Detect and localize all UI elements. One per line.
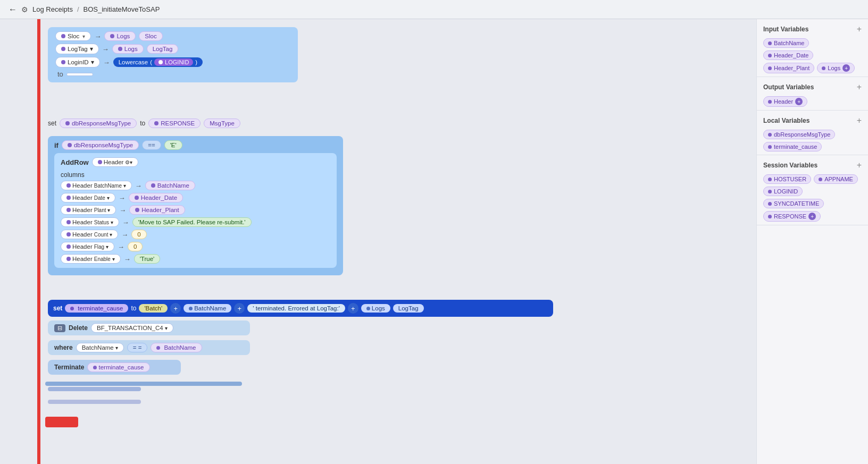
if-val-pill[interactable]: 'E'	[164, 140, 182, 150]
chip-db-response-msg-type[interactable]: dbResponseMsgType	[763, 130, 835, 139]
tc-logtag-pill[interactable]: LogTag	[393, 304, 424, 313]
concat-plus-3[interactable]: +	[348, 303, 358, 314]
col-header-enable[interactable]: Header Enable ▾	[61, 254, 121, 264]
bottom-bar-1	[45, 382, 242, 386]
col-header-status[interactable]: Header Status ▾	[61, 217, 119, 227]
val-enable[interactable]: 'True'	[134, 254, 161, 264]
col-header-date[interactable]: Header Date ▾	[61, 193, 115, 203]
chip-loginid[interactable]: LOGINID	[763, 187, 803, 196]
input-variables-plus[interactable]: +	[857, 24, 862, 34]
sloc-row: Sloc ▾ → Logs Sloc	[55, 31, 290, 41]
session-variables-header: Session Variables +	[763, 161, 862, 170]
if-op-pill[interactable]: ==	[142, 140, 161, 150]
breadcrumb-1[interactable]: Log Receipts	[32, 5, 73, 13]
val-flag[interactable]: 0	[128, 242, 143, 251]
chip-batchname[interactable]: BatchName	[763, 38, 809, 48]
settings-icon[interactable]: ⚙	[21, 5, 28, 14]
chip-syncdatetime[interactable]: SYNCDATETIME	[763, 199, 824, 208]
to-blank-pill[interactable]	[66, 73, 93, 76]
if-var-pill[interactable]: dbResponseMsgType	[62, 140, 139, 150]
chip-response[interactable]: RESPONSE +	[763, 211, 821, 222]
bottom-bar-3	[48, 400, 141, 404]
chip-hostuser[interactable]: HOSTUSER	[763, 174, 811, 184]
session-variables-title: Session Variables	[763, 162, 817, 169]
msgtype-pill[interactable]: MsgType	[204, 119, 240, 128]
addrow-table-pill[interactable]: Header ⚙▾	[92, 157, 139, 167]
where-op-pill[interactable]: = =	[127, 343, 148, 352]
chip-logs[interactable]: Logs +	[817, 63, 855, 73]
local-variables-plus[interactable]: +	[857, 116, 862, 125]
tc-terminated-string[interactable]: ' terminated. Errored at LogTag:'	[247, 304, 345, 313]
set-to-label: to	[140, 120, 145, 127]
lowercase-func-pill[interactable]: Lowercase ( LOGINID )	[113, 57, 203, 67]
set-tc-label: set	[53, 305, 62, 312]
top-bar: ← ⚙ Log Receipts / BOS_initiateMoveToSAP	[0, 0, 868, 19]
logtag-right-pill1[interactable]: Logs	[112, 44, 144, 54]
sloc-right-pill2[interactable]: Sloc	[139, 31, 162, 41]
chip-header[interactable]: Header +	[763, 96, 807, 107]
delete-table-pill[interactable]: BF_TRANSACTION_C4 ▾	[91, 323, 173, 333]
back-button[interactable]: ←	[9, 5, 17, 14]
sidebar-output-variables: Output Variables + Header +	[757, 77, 868, 111]
where-val-pill[interactable]: BatchName	[151, 343, 202, 352]
if-block: if dbResponseMsgType == 'E'	[48, 136, 343, 275]
col-header-plant[interactable]: Header Plant ▾	[61, 205, 116, 215]
col-header-flag[interactable]: Header Flag ▾	[61, 242, 114, 251]
output-variables-title: Output Variables	[763, 83, 814, 91]
chip-header-plant[interactable]: Header_Plant	[763, 63, 814, 73]
tc-batchname-pill[interactable]: BatchName	[183, 304, 231, 313]
sidebar-input-variables: Input Variables + BatchName Header_Date …	[757, 19, 868, 77]
terminate-var-pill[interactable]: terminate_cause	[87, 362, 149, 372]
where-field-pill[interactable]: BatchName ▾	[76, 343, 124, 352]
col-row-date: Header Date ▾ → Header_Date	[61, 193, 330, 203]
tc-batch-string[interactable]: 'Batch'	[139, 304, 168, 313]
local-variables-title: Local Variables	[763, 117, 809, 124]
breadcrumb-2[interactable]: BOS_initiateMoveToSAP	[84, 5, 160, 13]
col-row-plant: Header Plant ▾ → Header_Plant	[61, 205, 330, 215]
tc-to-label: to	[131, 305, 136, 312]
concat-plus-1[interactable]: +	[170, 303, 181, 314]
output-variables-plus[interactable]: +	[857, 82, 862, 92]
val-count[interactable]: 0	[131, 230, 146, 239]
terminate-label: Terminate	[54, 364, 84, 371]
db-response-msg-type-pill[interactable]: dbResponseMsgType	[60, 119, 137, 128]
logtag-right-pill2[interactable]: LogTag	[147, 44, 179, 54]
top-assignments-block: Sloc ▾ → Logs Sloc LogT	[48, 27, 298, 82]
loginid-left-pill[interactable]: LoginID ▾	[55, 57, 100, 68]
sloc-left-pill[interactable]: Sloc ▾	[55, 31, 91, 41]
tc-var-pill[interactable]: terminate_cause	[65, 304, 128, 313]
tc-logs-pill[interactable]: Logs	[361, 304, 390, 313]
addrow-label: AddRow	[61, 158, 89, 166]
delete-block: ⊟ Delete BF_TRANSACTION_C4 ▾	[48, 320, 250, 335]
main-canvas: Sloc ▾ → Logs Sloc LogT	[0, 19, 756, 464]
chip-terminate-cause[interactable]: terminate_cause	[763, 142, 822, 151]
delete-icon: ⊟	[54, 324, 65, 332]
addrow-header: AddRow Header ⚙▾	[61, 157, 330, 167]
local-variables-header: Local Variables +	[763, 116, 862, 125]
col-header-count[interactable]: Header Count ▾	[61, 230, 118, 239]
val-batchname[interactable]: BatchName	[145, 181, 195, 190]
chip-appname[interactable]: APPNAME	[814, 174, 858, 184]
logtag-left-pill[interactable]: LogTag ▾	[55, 44, 99, 54]
session-variables-plus[interactable]: +	[857, 161, 862, 170]
input-variables-title: Input Variables	[763, 26, 808, 33]
loginid-row: LoginID ▾ → Lowercase ( LOGINID )	[55, 57, 290, 68]
concat-plus-2[interactable]: +	[234, 303, 245, 314]
terminate-block: Terminate terminate_cause	[48, 360, 181, 375]
red-bottom-block	[45, 417, 78, 427]
sloc-right-pill1[interactable]: Logs	[104, 31, 136, 41]
delete-label: Delete	[69, 324, 88, 332]
input-variables-chips: BatchName Header_Date Header_Plant Logs …	[763, 38, 862, 73]
output-variables-header: Output Variables +	[763, 82, 862, 92]
col-header-batchname[interactable]: Header BatchName ▾	[61, 181, 132, 190]
session-variables-chips: HOSTUSER APPNAME LOGINID SYNCDATETIME RE…	[763, 174, 862, 222]
response-pill[interactable]: RESPONSE	[148, 119, 201, 128]
columns-grid: Header BatchName ▾ → BatchName	[61, 181, 330, 264]
val-plant[interactable]: Header_Plant	[129, 205, 185, 215]
sidebar: Input Variables + BatchName Header_Date …	[756, 19, 868, 464]
val-date[interactable]: Header_Date	[129, 193, 183, 203]
red-left-bar	[37, 19, 40, 464]
val-status[interactable]: 'Move to SAP Failed. Please re-submit.'	[132, 217, 252, 227]
set-terminate-cause-block: set terminate_cause to 'Batch' + BatchNa…	[48, 300, 553, 317]
chip-header-date[interactable]: Header_Date	[763, 50, 813, 60]
